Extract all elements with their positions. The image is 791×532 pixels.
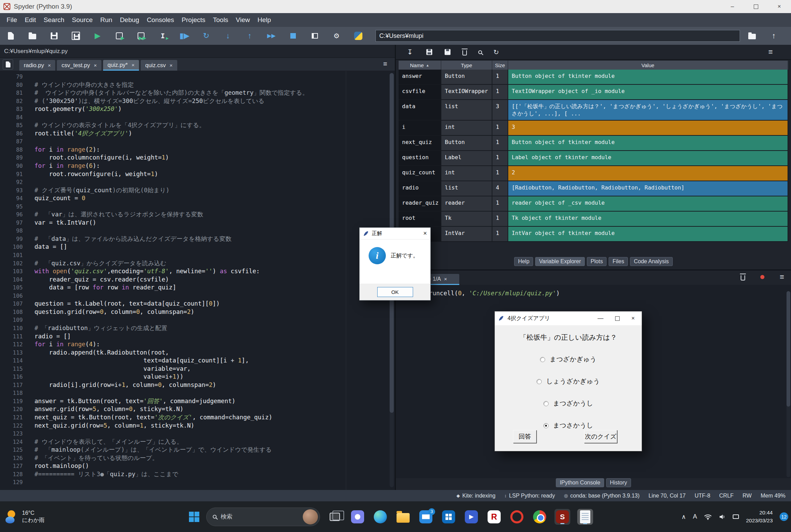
editor-tab-quiz.csv[interactable]: quiz.csv× bbox=[141, 60, 177, 71]
code-line[interactable]: 118 bbox=[0, 389, 389, 397]
media-app-button[interactable]: ▶ bbox=[463, 509, 479, 525]
editor-options-menu-icon[interactable]: ≡ bbox=[383, 60, 387, 68]
code-line[interactable]: 100data = [] bbox=[0, 243, 389, 251]
pythonpath-button[interactable] bbox=[354, 31, 363, 40]
save-button[interactable] bbox=[50, 31, 59, 40]
variable-table-header[interactable]: Name▲TypeSizeValue bbox=[399, 61, 788, 70]
quiz-option-4[interactable]: まつさかうし bbox=[495, 421, 642, 430]
menu-view[interactable]: View bbox=[232, 14, 254, 25]
menu-file[interactable]: File bbox=[3, 14, 21, 25]
remove-console-icon[interactable] bbox=[741, 275, 745, 280]
save-all-button[interactable] bbox=[71, 31, 80, 40]
variable-row-root[interactable]: rootTk1Tk object of tkinter module bbox=[399, 212, 788, 227]
clock-widget[interactable]: 20:44 2023/03/23 bbox=[746, 509, 773, 524]
code-line[interactable]: 117 radio[i].grid(row=i+1, column=0, col… bbox=[0, 381, 389, 389]
new-file-button[interactable] bbox=[6, 31, 15, 40]
radio-selected-icon[interactable] bbox=[543, 423, 549, 428]
code-editor[interactable]: 7980# ウインドウの中身の大きさを指定81# ウインドウの中身(タイトルバー… bbox=[0, 71, 389, 490]
radio-icon[interactable] bbox=[537, 379, 542, 384]
code-line[interactable]: 110# 「radiobutton」ウィジェットの生成と配置 bbox=[0, 324, 389, 332]
quiz-option-3[interactable]: まつざかうし bbox=[495, 399, 642, 408]
column-header-value[interactable]: Value bbox=[508, 61, 788, 70]
variable-row-answer[interactable]: answerButton1Button object of tkinter mo… bbox=[399, 70, 788, 85]
code-line[interactable]: 120answer.grid(row=5, column=0, sticky=t… bbox=[0, 405, 389, 413]
close-icon[interactable]: × bbox=[48, 62, 51, 68]
step-up-button[interactable]: ↑ bbox=[245, 31, 254, 40]
menu-debug[interactable]: Debug bbox=[116, 14, 143, 25]
code-line[interactable]: 82# ('300x250')は、横サイズ=300ピクセル、縦サイズ=250ピク… bbox=[0, 97, 389, 105]
maximize-pane-button[interactable] bbox=[310, 31, 319, 40]
code-line[interactable]: 111radio = [] bbox=[0, 332, 389, 341]
file-switcher-button[interactable] bbox=[3, 59, 13, 70]
menu-consoles[interactable]: Consoles bbox=[143, 14, 178, 25]
code-line[interactable]: 87 bbox=[0, 137, 389, 146]
variable-row-quiz_count[interactable]: quiz_countint12 bbox=[399, 166, 788, 181]
pane-tab-plots[interactable]: Plots bbox=[587, 257, 607, 266]
code-line[interactable]: 98 bbox=[0, 227, 389, 235]
store-app-button[interactable] bbox=[441, 509, 457, 525]
variable-row-i[interactable]: iint13 bbox=[399, 121, 788, 136]
code-line[interactable]: 91 root.rowconfigure(i, weight=1) bbox=[0, 170, 389, 178]
opera-app-button[interactable] bbox=[509, 509, 525, 525]
code-line[interactable]: 96# 「var」は、選択されているラジオボタンを保持する変数 bbox=[0, 211, 389, 219]
menu-edit[interactable]: Edit bbox=[21, 14, 40, 25]
variable-row-data[interactable]: datalist3[['「松坂牛」の正しい読み方は？', 'まつざかぎゅう', … bbox=[399, 100, 788, 121]
code-line[interactable]: 109 bbox=[0, 316, 389, 324]
code-line[interactable]: 79 bbox=[0, 73, 389, 81]
code-line[interactable]: 113 radio.append(tk.Radiobutton(root, bbox=[0, 349, 389, 357]
code-line[interactable]: 119answer = tk.Button(root, text='回答', c… bbox=[0, 397, 389, 406]
radio-icon[interactable] bbox=[543, 401, 549, 406]
variable-row-question[interactable]: questionLabel1Label object of tkinter mo… bbox=[399, 151, 788, 166]
pane-tab-help[interactable]: Help bbox=[514, 257, 533, 266]
preferences-button[interactable]: ⚙ bbox=[332, 31, 341, 40]
variable-row-radio[interactable]: radiolist4[Radiobutton, Radiobutton, Rad… bbox=[399, 181, 788, 196]
continue-button[interactable]: ▶▶ bbox=[267, 31, 276, 40]
code-line[interactable]: 123 bbox=[0, 430, 389, 438]
code-line[interactable]: 103with open('quiz.csv',encoding='utf-8'… bbox=[0, 267, 389, 276]
ok-button[interactable]: OK bbox=[377, 287, 413, 297]
code-line[interactable]: 80# ウインドウの中身の大きさを指定 bbox=[0, 81, 389, 89]
code-line[interactable]: 108question.grid(row=0, column=0, column… bbox=[0, 308, 389, 316]
column-header-type[interactable]: Type bbox=[441, 61, 492, 70]
step-down-button[interactable]: ↓ bbox=[223, 31, 232, 40]
menu-run[interactable]: Run bbox=[97, 14, 116, 25]
run-cell-button[interactable]: ▶ bbox=[115, 31, 124, 40]
chat-app-button[interactable] bbox=[350, 509, 366, 525]
menu-source[interactable]: Source bbox=[68, 14, 97, 25]
close-icon[interactable]: × bbox=[131, 62, 134, 68]
save-data-button[interactable] bbox=[426, 49, 433, 55]
pane-tab-variable-explorer[interactable]: Variable Explorer bbox=[535, 257, 585, 266]
start-button[interactable] bbox=[189, 512, 199, 522]
menu-projects[interactable]: Projects bbox=[178, 14, 209, 25]
minimize-button[interactable]: – bbox=[721, 0, 744, 13]
quiz-minimize-icon[interactable]: — bbox=[598, 315, 603, 322]
quiz-option-2[interactable]: しょうざかぎゅう bbox=[495, 377, 642, 386]
editor-tab-quiz.py[interactable]: quiz.py*× bbox=[103, 60, 139, 71]
code-line[interactable]: 93# クイズ番号(quiz_count)の初期化(0始まり) bbox=[0, 186, 389, 195]
notification-badge[interactable]: 12 bbox=[780, 512, 788, 521]
column-header-name[interactable]: Name▲ bbox=[399, 61, 441, 70]
code-line[interactable]: 127root.mainloop() bbox=[0, 462, 389, 470]
variable-row-next_quiz[interactable]: next_quizButton1Button object of tkinter… bbox=[399, 136, 788, 151]
code-line[interactable]: 84 bbox=[0, 113, 389, 122]
remove-variable-button[interactable] bbox=[462, 49, 467, 55]
code-line[interactable]: 115 variable=var, bbox=[0, 365, 389, 373]
variable-row-reader_quiz[interactable]: reader_quizreader1reader object of _csv … bbox=[399, 196, 788, 212]
answer-button[interactable]: 回答 bbox=[513, 430, 537, 443]
volume-icon[interactable] bbox=[719, 514, 726, 520]
code-line[interactable]: 90for i in range(6): bbox=[0, 162, 389, 170]
code-line[interactable]: 89 root.columnconfigure(i, weight=1) bbox=[0, 154, 389, 162]
code-line[interactable]: 83root.geometry('300x250') bbox=[0, 105, 389, 113]
code-line[interactable]: 128#========== リスト3●「quiz.py」は、ここまで bbox=[0, 470, 389, 479]
edge-app-button[interactable] bbox=[372, 509, 388, 525]
code-line[interactable]: 106 bbox=[0, 292, 389, 300]
code-line[interactable]: 102# 「quiz.csv」からクイズデータを読み込む bbox=[0, 259, 389, 268]
run-file-button[interactable]: ▶ bbox=[93, 31, 102, 40]
search-box[interactable]: 検索 bbox=[206, 508, 320, 526]
browse-directory-button[interactable] bbox=[748, 31, 757, 40]
column-header-size[interactable]: Size bbox=[492, 61, 508, 70]
editor-tab-csv_test.py[interactable]: csv_test.py× bbox=[57, 60, 101, 71]
code-line[interactable]: 121next_quiz = tk.Button(root, text='次のク… bbox=[0, 413, 389, 422]
code-line[interactable]: 97var = tk.IntVar() bbox=[0, 219, 389, 227]
code-line[interactable]: 101 bbox=[0, 251, 389, 259]
